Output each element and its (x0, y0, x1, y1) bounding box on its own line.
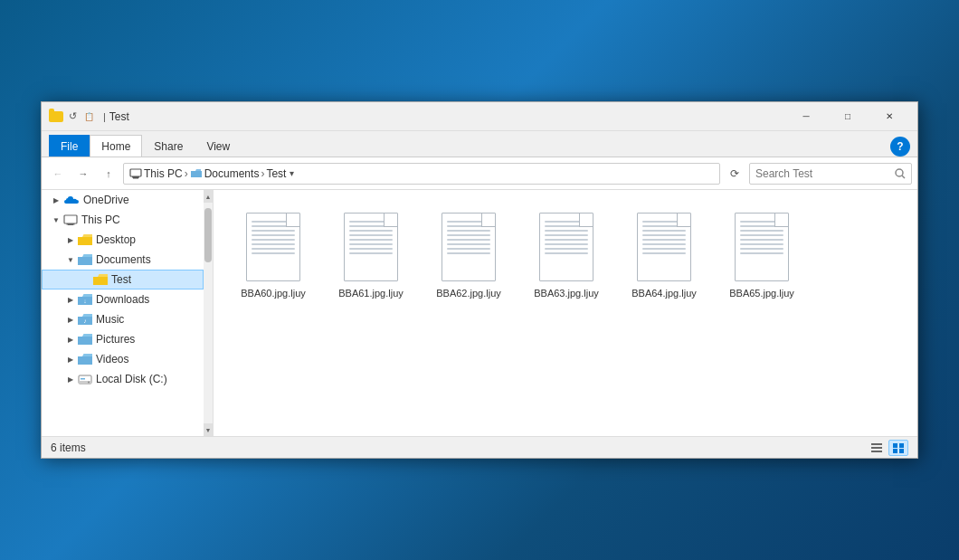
scroll-up-arrow[interactable]: ▲ (204, 190, 213, 203)
minimize-button[interactable]: ─ (785, 102, 827, 131)
scroll-thumb[interactable] (204, 208, 212, 262)
pictures-folder-icon (78, 334, 92, 346)
expand-videos[interactable]: ▶ (63, 352, 78, 366)
search-input[interactable] (755, 167, 891, 180)
folder-path-icon (190, 168, 203, 179)
path-documents-label: Documents (204, 167, 260, 180)
close-button[interactable]: ✕ (869, 102, 910, 131)
large-icons-view-button[interactable] (888, 440, 908, 456)
details-view-icon (870, 442, 883, 453)
sidebar-scrollbar[interactable]: ▲ ▼ (204, 190, 213, 436)
sidebar-item-downloads[interactable]: ▶ ↓ Downloads (42, 289, 204, 309)
sidebar-item-onedrive[interactable]: ▶ OneDrive (42, 190, 204, 210)
sidebar-item-test[interactable]: Test (42, 270, 204, 289)
expand-desktop[interactable]: ▶ (63, 233, 78, 247)
expand-pictures[interactable]: ▶ (63, 332, 78, 346)
search-icon (895, 168, 906, 179)
file-icon-container (635, 211, 693, 283)
pc-icon (63, 214, 78, 226)
sidebar-item-documents[interactable]: ▼ Documents (42, 250, 204, 270)
scroll-down-arrow[interactable]: ▼ (204, 423, 213, 436)
sidebar-item-music[interactable]: ▶ ♪ Music (42, 309, 204, 329)
file-item[interactable]: BBA60.jpg.ljuy (228, 204, 318, 306)
item-count: 6 items (51, 441, 86, 454)
svg-rect-18 (899, 443, 904, 448)
tab-file[interactable]: File (49, 135, 90, 157)
expand-documents[interactable]: ▼ (63, 252, 78, 267)
ribbon-tabs: File Home Share View ? (42, 131, 917, 157)
file-item[interactable]: BBA64.jpg.ljuy (619, 204, 709, 306)
large-icons-view-icon (892, 442, 905, 453)
path-thispc-label: This PC (144, 167, 183, 180)
file-icon-container (537, 211, 595, 283)
file-item[interactable]: BBA65.jpg.ljuy (717, 204, 807, 306)
tab-view[interactable]: View (195, 135, 242, 157)
window-title: Test (109, 110, 785, 123)
view-buttons (867, 440, 908, 456)
undo-icon[interactable]: ↺ (65, 109, 80, 124)
document-icon (442, 213, 496, 281)
file-content-area: BBA60.jpg.ljuy BBA61.jpg.ljuy BBA62.jpg.… (214, 190, 917, 436)
svg-rect-15 (871, 447, 882, 449)
onedrive-icon (63, 195, 80, 205)
pc-path-icon (129, 168, 142, 179)
disk-icon (78, 374, 92, 385)
maximize-button[interactable]: □ (827, 102, 869, 131)
local-disk-label: Local Disk (C:) (96, 373, 167, 385)
file-item[interactable]: BBA63.jpg.ljuy (521, 204, 612, 306)
svg-rect-19 (893, 449, 897, 453)
path-dropdown-arrow[interactable]: ▾ (290, 168, 294, 178)
folder-title-icon (49, 109, 63, 124)
properties-icon[interactable]: 📋 (81, 109, 96, 124)
expand-onedrive[interactable]: ▶ (49, 193, 63, 207)
documents-folder-icon (78, 254, 92, 266)
expand-local-disk[interactable]: ▶ (63, 372, 78, 386)
tab-share[interactable]: Share (142, 135, 195, 157)
refresh-button[interactable]: ⟳ (724, 163, 745, 185)
main-area: ▶ OneDrive ▼ This PC (42, 190, 917, 436)
file-item[interactable]: BBA62.jpg.ljuy (423, 204, 514, 306)
path-documents: Documents (190, 167, 260, 180)
title-separator: | (103, 111, 106, 122)
expand-downloads[interactable]: ▶ (63, 292, 78, 307)
sidebar-item-videos[interactable]: ▶ Videos (42, 349, 204, 369)
svg-rect-14 (871, 443, 882, 445)
svg-line-4 (902, 176, 905, 178)
path-test: Test (266, 167, 286, 180)
address-bar: ← → ↑ This PC › Documents › Test ▾ ⟳ (42, 157, 917, 190)
back-button[interactable]: ← (47, 163, 69, 185)
desktop-folder-icon (78, 234, 92, 246)
file-item[interactable]: BBA61.jpg.ljuy (326, 204, 416, 306)
file-grid: BBA60.jpg.ljuy BBA61.jpg.ljuy BBA62.jpg.… (221, 197, 910, 313)
sidebar-item-thispc[interactable]: ▼ This PC (42, 210, 204, 230)
file-icon-container (342, 211, 400, 283)
path-test-label: Test (266, 167, 286, 180)
sidebar-item-pictures[interactable]: ▶ Pictures (42, 329, 204, 349)
sidebar: ▶ OneDrive ▼ This PC (42, 190, 204, 436)
svg-rect-7 (67, 223, 75, 225)
svg-rect-2 (132, 176, 139, 178)
details-view-button[interactable] (867, 440, 887, 456)
file-explorer-window: ↺ 📋 | Test ─ □ ✕ File Home Share View ? … (41, 101, 918, 459)
forward-button[interactable]: → (72, 163, 94, 185)
sidebar-item-desktop[interactable]: ▶ Desktop (42, 230, 204, 250)
onedrive-label: OneDrive (83, 194, 129, 206)
document-icon (344, 213, 398, 281)
sidebar-item-local-disk[interactable]: ▶ Local Disk (C:) (42, 369, 204, 389)
search-box[interactable] (749, 163, 912, 185)
help-button[interactable]: ? (890, 137, 910, 157)
file-name: BBA64.jpg.ljuy (631, 287, 697, 299)
expand-music[interactable]: ▶ (63, 312, 78, 327)
pictures-label: Pictures (96, 333, 135, 346)
address-path[interactable]: This PC › Documents › Test ▾ (123, 163, 720, 185)
svg-text:♪: ♪ (83, 318, 87, 324)
up-button[interactable]: ↑ (98, 163, 119, 185)
file-icon-container (733, 211, 791, 283)
expand-thispc[interactable]: ▼ (49, 213, 63, 227)
tab-home[interactable]: Home (90, 135, 142, 157)
downloads-folder-icon: ↓ (78, 294, 92, 306)
videos-folder-icon (78, 354, 92, 365)
status-bar: 6 items (42, 436, 917, 458)
documents-label: Documents (96, 253, 151, 266)
file-name: BBA65.jpg.ljuy (729, 287, 794, 299)
